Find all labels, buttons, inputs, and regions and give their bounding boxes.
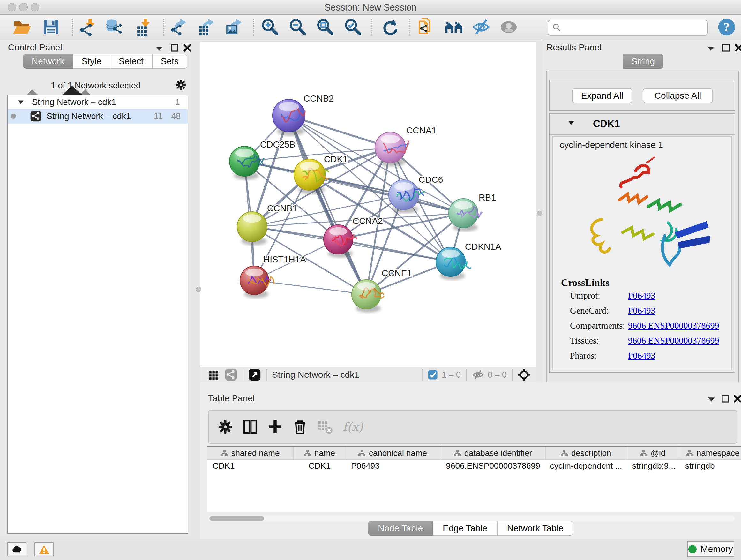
- cloud-button[interactable]: [7, 543, 26, 557]
- tab-network-table[interactable]: Network Table: [497, 521, 574, 536]
- gene-collapse-caret-icon[interactable]: [567, 119, 576, 127]
- cell-description[interactable]: cyclin-dependent ...: [546, 459, 626, 472]
- results-panel-close-icon[interactable]: [734, 43, 741, 53]
- table-panel-float-icon[interactable]: [721, 394, 730, 403]
- crosslink-link[interactable]: 9606.ENSP00000378699: [628, 335, 719, 346]
- save-session-button[interactable]: [42, 18, 60, 37]
- import-database-button[interactable]: [105, 18, 124, 37]
- column-header-shared-name[interactable]: shared name: [207, 447, 294, 459]
- left-splitter-handle[interactable]: [196, 287, 201, 292]
- control-panel-float-icon[interactable]: [170, 43, 179, 53]
- tab-sets[interactable]: Sets: [152, 54, 187, 69]
- expand-all-button[interactable]: Expand All: [572, 88, 632, 104]
- refresh-button[interactable]: [381, 18, 399, 37]
- node-RB1[interactable]: [449, 199, 482, 232]
- open-session-button[interactable]: [12, 18, 31, 37]
- results-panel-title: Results Panel: [546, 43, 602, 53]
- node-label-CCNA2: CCNA2: [353, 216, 383, 226]
- network-collection-row[interactable]: String Network – cdk1 1: [8, 96, 188, 109]
- column-type-icon: [304, 449, 311, 457]
- node-CCNB2[interactable]: [273, 99, 305, 136]
- scrollbar-thumb[interactable]: [209, 516, 264, 521]
- viewbar-divider: [422, 369, 422, 381]
- delete-column-icon[interactable]: [292, 419, 308, 435]
- crosslink-row: Uniprot: P06493: [570, 291, 730, 301]
- node-CDKN1A[interactable]: [436, 247, 471, 280]
- help-button[interactable]: ?: [718, 18, 736, 37]
- cell-shared-name[interactable]: CDK1: [207, 459, 294, 472]
- control-panel-menu-icon[interactable]: [154, 43, 164, 53]
- show-columns-icon[interactable]: [242, 419, 259, 435]
- node-CDC25B[interactable]: [229, 146, 265, 180]
- node-CDK1[interactable]: [294, 159, 329, 194]
- zoom-fit-button[interactable]: [316, 18, 334, 37]
- column-header-canonical-name[interactable]: canonical name: [345, 447, 441, 459]
- hide-selected-button[interactable]: [472, 18, 490, 37]
- tab-edge-table[interactable]: Edge Table: [433, 521, 497, 536]
- import-network-button[interactable]: [77, 18, 96, 37]
- add-column-icon[interactable]: [267, 419, 283, 435]
- selected-checkbox-icon[interactable]: [428, 370, 438, 380]
- results-panel-menu-icon[interactable]: [706, 43, 716, 53]
- search-input[interactable]: [562, 21, 707, 35]
- import-table-button[interactable]: [134, 18, 152, 37]
- memory-status-dot: [688, 545, 697, 553]
- gene-section-header[interactable]: CDK1: [549, 114, 735, 135]
- collapse-all-button[interactable]: Collapse All: [643, 88, 713, 104]
- column-header-description[interactable]: description: [546, 447, 626, 459]
- export-network-button[interactable]: [169, 18, 187, 37]
- grid-view-icon[interactable]: [207, 368, 220, 381]
- crosslink-link[interactable]: P06493: [628, 291, 656, 301]
- cell-@id[interactable]: stringdb:9...: [626, 459, 679, 472]
- home-pages-button[interactable]: [445, 18, 463, 37]
- network-options-gear-icon[interactable]: [175, 79, 187, 91]
- node-CDC6[interactable]: [389, 180, 424, 213]
- column-type-icon: [358, 449, 366, 457]
- export-image-button[interactable]: [224, 18, 243, 37]
- collection-expand-icon[interactable]: [17, 98, 25, 106]
- table-horizontal-scrollbar[interactable]: [208, 515, 735, 522]
- zoom-in-button[interactable]: [260, 18, 279, 37]
- tab-select[interactable]: Select: [110, 54, 152, 69]
- tab-network[interactable]: Network: [23, 54, 73, 69]
- node-HIST1H1A[interactable]: [240, 266, 274, 298]
- tab-style[interactable]: Style: [73, 54, 110, 69]
- cell-database-identifier[interactable]: 9606.ENSP00000378699: [441, 459, 546, 472]
- fit-content-crosshair-icon[interactable]: [518, 368, 530, 381]
- cell-namespace[interactable]: stringdb: [679, 459, 741, 472]
- search-box[interactable]: [548, 20, 708, 36]
- hidden-eye-icon[interactable]: [472, 368, 484, 381]
- memory-label: Memory: [700, 544, 733, 554]
- results-panel-float-icon[interactable]: [721, 43, 731, 53]
- show-all-button[interactable]: [499, 18, 518, 37]
- column-header-database-identifier[interactable]: database identifier: [441, 447, 546, 459]
- cell-name[interactable]: CDK1: [294, 459, 345, 472]
- column-header-@id[interactable]: @id: [626, 447, 679, 459]
- zoom-selected-button[interactable]: [343, 18, 362, 37]
- cell-canonical-name[interactable]: P06493: [345, 459, 441, 472]
- right-splitter-handle[interactable]: [537, 211, 542, 216]
- node-CCNA1[interactable]: [375, 132, 409, 166]
- crosslink-link[interactable]: P06493: [628, 306, 656, 316]
- column-header-name[interactable]: name: [294, 447, 345, 459]
- column-header-namespace[interactable]: namespace: [679, 447, 741, 459]
- export-table-button[interactable]: [197, 18, 215, 37]
- birds-eye-view-icon[interactable]: [248, 368, 261, 381]
- string-view-icon[interactable]: [225, 368, 238, 381]
- crosslink-link[interactable]: 9606.ENSP00000378699: [628, 320, 719, 331]
- warning-button[interactable]: [35, 543, 54, 557]
- node-CCNB1[interactable]: [237, 212, 267, 245]
- table-panel-menu-icon[interactable]: [706, 394, 716, 403]
- control-panel-close-icon[interactable]: [183, 43, 192, 53]
- zoom-out-button[interactable]: [288, 18, 307, 37]
- table-options-gear-icon[interactable]: [217, 419, 233, 435]
- edge-HIST1H1A-CCNE1[interactable]: [254, 280, 366, 294]
- tab-node-table[interactable]: Node Table: [368, 521, 433, 536]
- table-panel-close-icon[interactable]: [733, 394, 741, 403]
- tab-string[interactable]: String: [623, 54, 664, 69]
- network-canvas[interactable]: CCNB2 CCNA1 CDC25B CDK1 CDC6 RB1 CCNB1: [200, 42, 536, 367]
- memory-button[interactable]: Memory: [687, 541, 734, 557]
- network-row-selected[interactable]: String Network – cdk1 11 48: [8, 109, 188, 124]
- share-document-button[interactable]: [417, 18, 435, 37]
- crosslink-link[interactable]: P06493: [628, 351, 656, 361]
